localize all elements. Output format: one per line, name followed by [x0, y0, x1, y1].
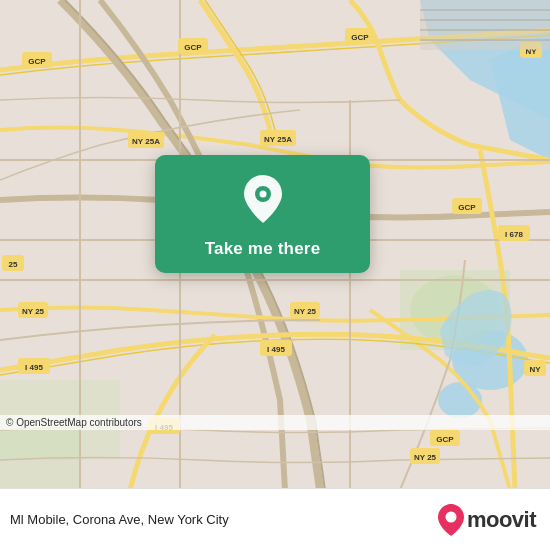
bottom-bar: Ml Mobile, Corona Ave, New York City moo…: [0, 488, 550, 550]
location-pin-icon: [241, 173, 285, 229]
svg-text:GCP: GCP: [28, 57, 46, 66]
svg-text:GCP: GCP: [184, 43, 202, 52]
attribution-text: © OpenStreetMap contributors: [6, 417, 142, 428]
svg-point-53: [445, 511, 456, 522]
svg-point-52: [259, 191, 266, 198]
svg-text:NY 25: NY 25: [22, 307, 45, 316]
map-attribution: © OpenStreetMap contributors: [0, 415, 550, 430]
moovit-logo: moovit: [437, 503, 536, 537]
svg-text:NY 25A: NY 25A: [264, 135, 292, 144]
take-me-there-card[interactable]: Take me there: [155, 155, 370, 273]
svg-text:25: 25: [9, 260, 18, 269]
svg-text:NY 25: NY 25: [294, 307, 317, 316]
svg-text:I 495: I 495: [25, 363, 43, 372]
svg-text:NY: NY: [529, 365, 541, 374]
svg-text:I 678: I 678: [505, 230, 523, 239]
svg-text:GCP: GCP: [458, 203, 476, 212]
svg-rect-46: [420, 0, 550, 50]
svg-text:NY 25A: NY 25A: [132, 137, 160, 146]
svg-text:I 495: I 495: [267, 345, 285, 354]
svg-text:NY 25: NY 25: [414, 453, 437, 462]
svg-text:GCP: GCP: [436, 435, 454, 444]
location-title: Ml Mobile, Corona Ave, New York City: [10, 512, 229, 527]
take-me-there-label: Take me there: [205, 239, 321, 259]
svg-text:GCP: GCP: [351, 33, 369, 42]
moovit-pin-icon: [437, 503, 465, 537]
location-info: Ml Mobile, Corona Ave, New York City: [10, 512, 229, 527]
moovit-text: moovit: [467, 507, 536, 533]
map-container: GCP GCP GCP GCP GCP NY 25A NY 25A NY 25 …: [0, 0, 550, 490]
svg-rect-5: [0, 420, 80, 490]
